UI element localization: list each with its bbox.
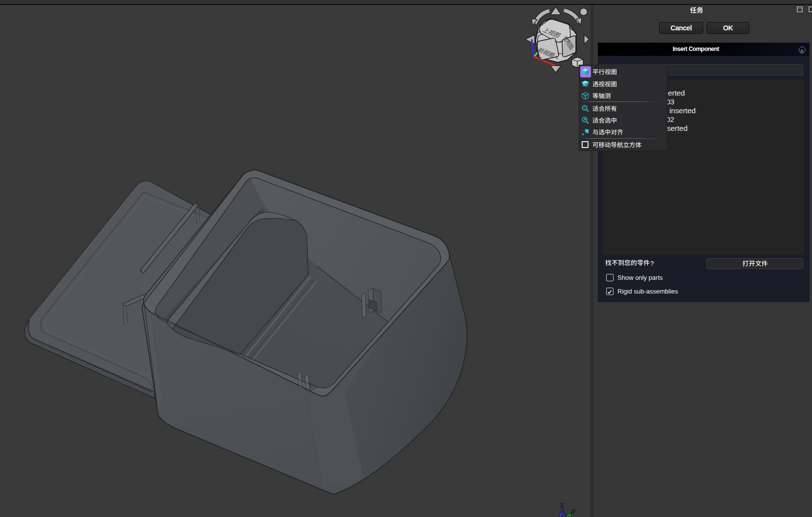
svg-text:?: ? (650, 260, 654, 267)
